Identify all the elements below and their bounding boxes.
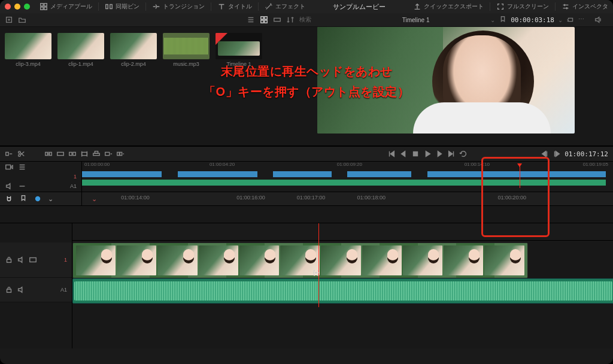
tab-transition[interactable]: トランジション <box>152 2 205 11</box>
sort-icon[interactable] <box>286 16 295 24</box>
svg-rect-26 <box>414 152 418 156</box>
out-point-icon[interactable] <box>553 150 561 158</box>
list-view-icon[interactable] <box>247 16 255 24</box>
snap-icon[interactable] <box>5 195 13 203</box>
playhead[interactable] <box>318 223 319 307</box>
marker-icon[interactable] <box>499 16 507 24</box>
go-start-icon[interactable] <box>387 150 396 158</box>
tab-fullscreen[interactable]: フルスクリーン <box>496 2 549 11</box>
thumb-view-icon[interactable] <box>260 16 268 24</box>
ruler-tick: 01:00:16:00 <box>236 195 265 201</box>
mute-icon[interactable] <box>17 286 25 294</box>
clip-item[interactable]: clip-3.mp4 <box>5 33 51 67</box>
track-opts-icon[interactable] <box>18 163 26 171</box>
loop-icon[interactable] <box>566 16 575 24</box>
append-icon[interactable] <box>104 150 113 158</box>
video-toggle-icon[interactable] <box>29 256 37 264</box>
go-end-icon[interactable] <box>447 150 456 158</box>
transition-icon <box>152 2 160 11</box>
ruler-tick: 01:00:04:20 <box>210 162 235 167</box>
ripple-icon[interactable] <box>116 150 125 158</box>
fit-icon[interactable] <box>80 150 89 158</box>
ruler-tick: 01:00:14:10 <box>465 162 490 167</box>
minimize-icon[interactable] <box>14 4 20 10</box>
svg-rect-24 <box>117 152 120 155</box>
window-controls[interactable] <box>5 4 30 10</box>
tab-inspector[interactable]: インスペクタ <box>562 2 608 11</box>
in-point-icon[interactable] <box>541 150 549 158</box>
viewer-panel <box>279 27 613 145</box>
clip-item[interactable]: Timeline 1 <box>216 33 262 67</box>
clip-item[interactable]: clip-1.mp4 <box>57 33 104 67</box>
trim-handle-icon[interactable]: {•} <box>313 269 319 276</box>
zoom-icon[interactable] <box>24 4 30 10</box>
pool-toolbar: 検索 Timeline 1 ⌄ 00:00:03:18 ⌄ ⋯ <box>0 13 613 27</box>
tab-label: インスペクタ <box>572 2 608 11</box>
timeline-name[interactable]: Timeline 1 <box>345 17 487 23</box>
lock-icon[interactable] <box>5 256 13 264</box>
timeline-main[interactable]: 1 A1 {•} <box>0 223 613 348</box>
folder-icon[interactable] <box>18 16 26 24</box>
tab-title[interactable]: タイトル <box>217 2 252 11</box>
audio-clip[interactable] <box>72 278 613 304</box>
svg-rect-23 <box>105 152 110 155</box>
mini-tracks[interactable]: 01:00:00:00 01:00:04:20 01:00:09:20 01:0… <box>82 162 613 192</box>
loop-play-icon[interactable] <box>459 150 468 158</box>
mini-v-label: 1 <box>74 174 77 180</box>
overwrite-icon[interactable] <box>56 150 65 158</box>
media-pool[interactable]: clip-3.mp4 clip-1.mp4 clip-2.mp4 music.m… <box>0 27 279 145</box>
fullscreen-icon <box>496 2 505 11</box>
import-icon[interactable] <box>5 16 13 24</box>
video-track-icon[interactable] <box>5 163 13 171</box>
tab-quick-export[interactable]: クイックエクスポート <box>413 2 484 11</box>
options-icon[interactable]: ⋯ <box>578 16 587 24</box>
clip-item[interactable]: music.mp3 <box>163 33 210 67</box>
viewer-timecode[interactable]: 00:00:03:18 <box>511 16 554 24</box>
video-track-header[interactable]: 1 <box>0 242 72 278</box>
marker-tool-icon[interactable] <box>19 195 28 203</box>
export-icon <box>413 2 421 11</box>
close-icon[interactable] <box>5 4 11 10</box>
transport-timecode[interactable]: 01:00:17:12 <box>565 150 608 158</box>
audio-track-header[interactable]: A1 <box>0 278 72 302</box>
svg-rect-30 <box>30 258 37 262</box>
smart-insert-icon[interactable] <box>5 150 13 158</box>
audio-toggle-icon[interactable] <box>17 256 25 264</box>
track-opts-icon[interactable] <box>18 182 26 190</box>
tab-effect[interactable]: エフェクト <box>265 2 305 11</box>
wand-icon <box>265 2 273 11</box>
stop-icon[interactable] <box>411 150 420 158</box>
place-icon[interactable] <box>92 150 101 158</box>
next-icon[interactable] <box>435 150 444 158</box>
tab-label: フルスクリーン <box>507 2 549 11</box>
audio-track-icon[interactable] <box>5 182 13 190</box>
clip-item[interactable]: clip-2.mp4 <box>110 33 157 67</box>
prev-icon[interactable] <box>399 150 408 158</box>
scissors-icon[interactable] <box>17 150 25 158</box>
video-clip[interactable] <box>72 242 528 278</box>
mini-timeline[interactable]: 1 A1 01:00:00:00 01:00:04:20 01:00:09:20… <box>0 162 613 192</box>
mini-track-headers: 1 A1 <box>0 162 82 192</box>
viewer-image[interactable] <box>317 27 575 134</box>
edit-index-marker: ⌄ <box>92 195 97 203</box>
svg-rect-27 <box>6 165 11 169</box>
ruler-chevron-icon[interactable]: ⌄ <box>510 195 515 201</box>
svg-rect-19 <box>73 152 75 155</box>
insert-icon[interactable] <box>44 150 53 158</box>
tab-label: タイトル <box>228 2 252 11</box>
lock-icon[interactable] <box>5 286 13 294</box>
clip-label: clip-2.mp4 <box>110 61 157 67</box>
tab-media-pool[interactable]: メディアプール <box>40 2 92 11</box>
volume-icon[interactable] <box>594 16 602 24</box>
timeline-body[interactable]: {•} <box>72 223 613 348</box>
play-icon[interactable] <box>423 150 432 158</box>
tab-sync-bin[interactable]: 同期ビン <box>105 2 139 11</box>
svg-rect-10 <box>265 20 267 23</box>
chevron-down-icon[interactable]: ⌄ <box>48 195 53 203</box>
mini-end-tc: 01:00:19:05 <box>583 162 608 167</box>
strip-view-icon[interactable] <box>273 16 281 24</box>
mini-playhead[interactable] <box>520 164 520 188</box>
flag-icon[interactable] <box>34 195 42 203</box>
timeline-ruler[interactable]: 01:00:14:00 01:00:16:00 01:00:17:00 01:0… <box>106 192 608 205</box>
replace-icon[interactable] <box>68 150 77 158</box>
